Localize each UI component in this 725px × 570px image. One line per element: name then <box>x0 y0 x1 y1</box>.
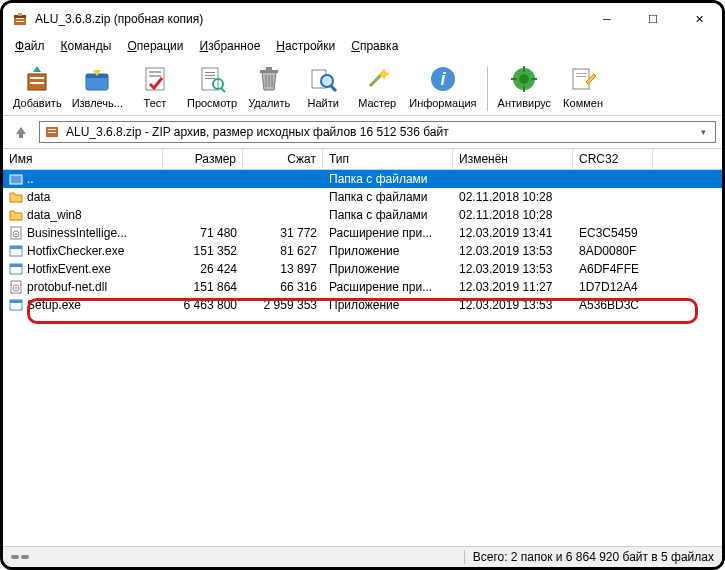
file-row[interactable]: dataПапка с файлами02.11.2018 10:28 <box>3 188 722 206</box>
file-modified: 12.03.2019 13:53 <box>453 244 573 258</box>
svg-rect-4 <box>16 21 24 22</box>
file-icon <box>9 190 23 204</box>
header-crc[interactable]: CRC32 <box>573 149 653 169</box>
test-label: Тест <box>144 97 167 109</box>
up-button[interactable] <box>9 120 33 144</box>
menu-commands[interactable]: Команды <box>55 37 118 55</box>
app-icon <box>11 10 29 28</box>
svg-rect-6 <box>30 77 44 79</box>
file-icon <box>9 226 23 240</box>
menu-settings[interactable]: Настройки <box>270 37 341 55</box>
menu-favorites[interactable]: Избранное <box>194 37 267 55</box>
file-icon <box>9 244 23 258</box>
header-size[interactable]: Размер <box>163 149 243 169</box>
svg-rect-42 <box>10 175 22 184</box>
file-row[interactable]: HotfixChecker.exe151 35281 627Приложение… <box>3 242 722 260</box>
comment-button[interactable]: Коммен <box>557 61 609 111</box>
svg-rect-38 <box>576 76 586 77</box>
svg-point-31 <box>519 74 529 84</box>
close-button[interactable]: ✕ <box>676 3 722 35</box>
header-modified[interactable]: Изменён <box>453 149 573 169</box>
svg-point-52 <box>15 287 17 289</box>
info-label: Информация <box>409 97 476 109</box>
file-list[interactable]: ..Папка с файламиdataПапка с файлами02.1… <box>3 170 722 546</box>
svg-rect-49 <box>10 264 22 267</box>
extract-button[interactable]: Извлечь... <box>68 61 127 111</box>
address-bar: ALU_3.6.8.zip - ZIP архив, размер исходн… <box>3 116 722 149</box>
svg-rect-16 <box>205 78 215 79</box>
svg-rect-37 <box>576 73 586 74</box>
test-button[interactable]: Тест <box>129 61 181 111</box>
svg-rect-15 <box>205 75 215 76</box>
address-input[interactable]: ALU_3.6.8.zip - ZIP архив, размер исходн… <box>39 121 716 143</box>
status-text: Всего: 2 папок и 6 864 920 байт в 5 файл… <box>464 550 714 564</box>
wizard-button[interactable]: Мастер <box>351 61 403 111</box>
file-size: 151 352 <box>163 244 243 258</box>
file-size: 6 463 800 <box>163 298 243 312</box>
svg-point-45 <box>15 233 17 235</box>
find-button[interactable]: Найти <box>297 61 349 111</box>
svg-rect-7 <box>30 82 44 84</box>
svg-rect-40 <box>48 129 56 130</box>
minimize-button[interactable]: ─ <box>584 3 630 35</box>
window-title: ALU_3.6.8.zip (пробная копия) <box>35 12 584 26</box>
antivirus-button[interactable]: Антивирус <box>494 61 555 111</box>
archive-icon <box>44 123 62 141</box>
svg-rect-2 <box>18 13 22 16</box>
header-name[interactable]: Имя <box>3 149 163 169</box>
menu-file[interactable]: Файл <box>9 37 51 55</box>
file-name: protobuf-net.dll <box>27 280 107 294</box>
address-text: ALU_3.6.8.zip - ZIP архив, размер исходн… <box>66 125 691 139</box>
file-packed: 66 316 <box>243 280 323 294</box>
file-row[interactable]: Setup.exe6 463 8002 959 353Приложение12.… <box>3 296 722 314</box>
delete-label: Удалить <box>248 97 290 109</box>
file-packed: 13 897 <box>243 262 323 276</box>
dropdown-icon[interactable]: ▾ <box>695 127 711 137</box>
comment-icon <box>567 63 599 95</box>
info-button[interactable]: i Информация <box>405 61 480 111</box>
file-name: data <box>27 190 50 204</box>
column-headers: Имя Размер Сжат Тип Изменён CRC32 <box>3 149 722 170</box>
file-crc: EC3C5459 <box>573 226 653 240</box>
file-name: data_win8 <box>27 208 82 222</box>
file-modified: 02.11.2018 10:28 <box>453 190 573 204</box>
view-button[interactable]: Просмотр <box>183 61 241 111</box>
menu-operations[interactable]: Операции <box>121 37 189 55</box>
status-bar: Всего: 2 папок и 6 864 920 байт в 5 файл… <box>3 546 722 567</box>
svg-rect-19 <box>260 70 278 73</box>
file-row[interactable]: ..Папка с файлами <box>3 170 722 188</box>
file-row[interactable]: BusinessIntellige...71 48031 772Расширен… <box>3 224 722 242</box>
file-type: Приложение <box>323 244 453 258</box>
svg-line-26 <box>331 86 336 91</box>
file-row[interactable]: protobuf-net.dll151 86466 316Расширение … <box>3 278 722 296</box>
file-crc: 1D7D12A4 <box>573 280 653 294</box>
file-packed: 31 772 <box>243 226 323 240</box>
maximize-button[interactable]: ☐ <box>630 3 676 35</box>
file-modified: 12.03.2019 13:53 <box>453 262 573 276</box>
status-grip-icon <box>11 555 41 559</box>
comment-label: Коммен <box>563 97 603 109</box>
file-row[interactable]: data_win8Папка с файлами02.11.2018 10:28 <box>3 206 722 224</box>
file-row[interactable]: HotfixEvent.exe26 42413 897Приложение12.… <box>3 260 722 278</box>
file-icon <box>9 208 23 222</box>
file-type: Приложение <box>323 298 453 312</box>
info-icon: i <box>427 63 459 95</box>
wizard-label: Мастер <box>358 97 396 109</box>
menu-help[interactable]: Справка <box>345 37 404 55</box>
file-modified: 12.03.2019 13:41 <box>453 226 573 240</box>
file-icon <box>9 262 23 276</box>
file-name: .. <box>27 172 34 186</box>
file-size: 71 480 <box>163 226 243 240</box>
antivirus-label: Антивирус <box>498 97 551 109</box>
delete-button[interactable]: Удалить <box>243 61 295 111</box>
delete-icon <box>253 63 285 95</box>
file-type: Приложение <box>323 262 453 276</box>
test-icon <box>139 63 171 95</box>
view-icon <box>196 63 228 95</box>
wizard-icon <box>361 63 393 95</box>
file-type: Расширение при... <box>323 226 453 240</box>
add-button[interactable]: Добавить <box>9 61 66 111</box>
file-modified: 12.03.2019 13:53 <box>453 298 573 312</box>
header-packed[interactable]: Сжат <box>243 149 323 169</box>
header-type[interactable]: Тип <box>323 149 453 169</box>
